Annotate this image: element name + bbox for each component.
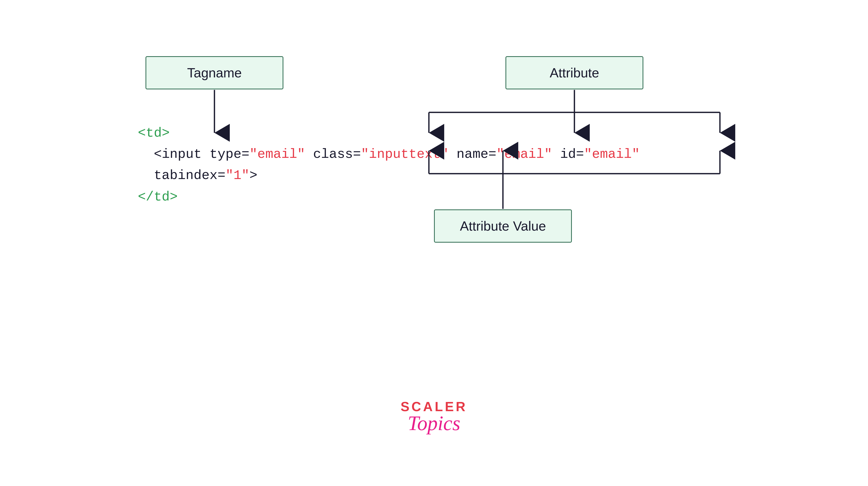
- diagram-container: Tagname Attribute Attribute Value <td> <…: [0, 0, 868, 486]
- name-attr: name=: [448, 147, 496, 162]
- id-val: "email": [584, 147, 640, 162]
- input-keyword: <input type=: [154, 147, 249, 162]
- open-tag: <td>: [138, 123, 640, 144]
- topics-text: Topics: [408, 412, 460, 435]
- attribute-value-box: Attribute Value: [434, 209, 572, 243]
- scaler-logo: SCALER Topics: [401, 399, 467, 435]
- code-area: <td> <input type="email" class="inputtex…: [138, 123, 640, 208]
- class-val: "inputtext": [361, 147, 448, 162]
- id-attr: id=: [552, 147, 584, 162]
- attribute-value-label: Attribute Value: [460, 218, 546, 234]
- attribute-label: Attribute: [550, 65, 599, 81]
- class-attr: class=: [305, 147, 361, 162]
- input-line: <input type="email" class="inputtext" na…: [138, 144, 640, 165]
- name-val: "email": [496, 147, 552, 162]
- type-val: "email": [249, 147, 305, 162]
- tabindex-line: tabindex="1">: [138, 165, 640, 186]
- tagname-box: Tagname: [146, 56, 283, 89]
- close-tag: </td>: [138, 186, 640, 208]
- tagname-label: Tagname: [187, 65, 242, 81]
- tabindex-val: "1": [225, 168, 249, 183]
- attribute-box: Attribute: [505, 56, 643, 89]
